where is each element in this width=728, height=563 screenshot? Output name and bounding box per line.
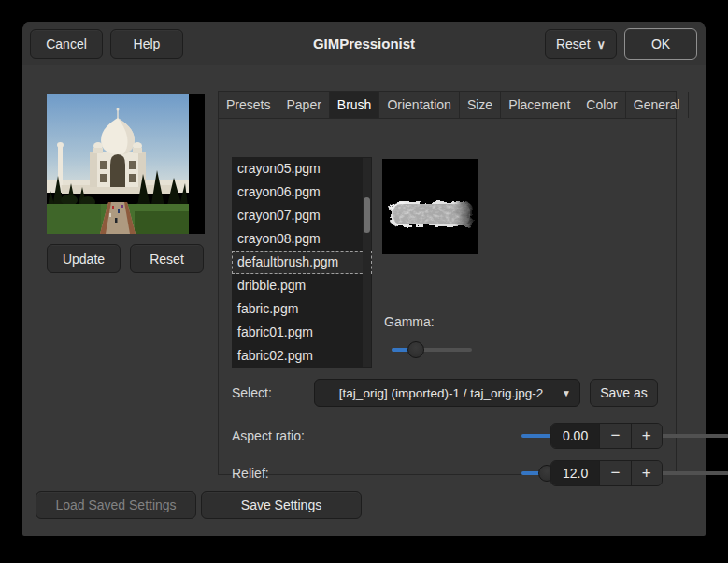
- taj-mahal-preview: [47, 94, 189, 234]
- list-item[interactable]: fabric02.pgm: [232, 344, 372, 368]
- tab-placement[interactable]: Placement: [501, 92, 578, 118]
- list-item-selected[interactable]: defaultbrush.pgm: [232, 251, 372, 274]
- select-label: Select:: [232, 385, 272, 400]
- slider-knob[interactable]: [407, 341, 424, 358]
- increment-icon[interactable]: +: [631, 461, 662, 485]
- brush-tab-panel: crayon05.pgm crayon06.pgm crayon07.pgm c…: [218, 119, 677, 475]
- tab-presets[interactable]: Presets: [219, 92, 278, 118]
- increment-icon[interactable]: +: [631, 424, 662, 448]
- decrement-icon[interactable]: −: [599, 461, 630, 485]
- tab-bar: Presets Paper Brush Orientation Size Pla…: [218, 91, 677, 119]
- relief-spinbox: 12.0 − +: [550, 460, 663, 486]
- tab-general[interactable]: General: [626, 92, 689, 118]
- cancel-button[interactable]: Cancel: [30, 29, 103, 59]
- ok-button[interactable]: OK: [624, 28, 697, 60]
- tab-brush[interactable]: Brush: [330, 92, 380, 118]
- gimpressionist-dialog: GIMPressionist Cancel Help Reset ∨ OK: [22, 22, 706, 536]
- list-item[interactable]: dribble.pgm: [232, 274, 372, 297]
- scrollbar-thumb[interactable]: [364, 197, 370, 233]
- drawable-select-dropdown[interactable]: [taj_orig] (imported)-1 / taj_orig.jpg-2…: [314, 379, 580, 407]
- settings-notebook: Presets Paper Brush Orientation Size Pla…: [218, 91, 677, 475]
- tab-orientation[interactable]: Orientation: [379, 92, 459, 118]
- tab-paper[interactable]: Paper: [278, 92, 329, 118]
- list-item[interactable]: crayon08.pgm: [232, 227, 372, 251]
- update-button[interactable]: Update: [47, 244, 121, 273]
- list-item[interactable]: crayon06.pgm: [232, 180, 372, 204]
- aspect-ratio-spinbox: 0.00 − +: [550, 423, 663, 449]
- dropdown-selected-value: [taj_orig] (imported)-1 / taj_orig.jpg-2: [326, 386, 556, 400]
- brush-file-list: crayon05.pgm crayon06.pgm crayon07.pgm c…: [232, 157, 372, 368]
- tab-strip-filler: [689, 92, 704, 118]
- preview-reset-button[interactable]: Reset: [130, 244, 204, 273]
- list-item[interactable]: crayon07.pgm: [232, 204, 372, 227]
- list-item[interactable]: crayon05.pgm: [232, 157, 372, 180]
- relief-value[interactable]: 12.0: [551, 461, 599, 485]
- brush-preview-image: [382, 159, 478, 254]
- relief-label: Relief:: [232, 466, 269, 481]
- reset-dropdown-button[interactable]: Reset ∨: [545, 29, 617, 59]
- screen: GIMPressionist Cancel Help Reset ∨ OK: [0, 0, 728, 563]
- gamma-slider[interactable]: [392, 341, 472, 358]
- aspect-ratio-label: Aspect ratio:: [232, 428, 305, 443]
- decrement-icon[interactable]: −: [599, 424, 630, 448]
- dialog-header: GIMPressionist Cancel Help Reset ∨ OK: [22, 22, 706, 65]
- tab-size[interactable]: Size: [460, 92, 501, 118]
- list-scrollbar[interactable]: [363, 158, 371, 367]
- help-button[interactable]: Help: [110, 29, 183, 59]
- save-settings-button[interactable]: Save Settings: [201, 491, 362, 519]
- gamma-label: Gamma:: [384, 314, 435, 329]
- chevron-down-icon: ∨: [597, 37, 607, 51]
- aspect-ratio-value[interactable]: 0.00: [551, 424, 599, 448]
- source-preview-image: [47, 94, 205, 234]
- load-saved-settings-button: Load Saved Settings: [36, 491, 196, 519]
- list-item[interactable]: fabric.pgm: [232, 297, 372, 321]
- save-as-button[interactable]: Save as: [590, 379, 658, 407]
- tab-color[interactable]: Color: [578, 92, 625, 118]
- dropdown-arrow-icon: ▼: [562, 388, 571, 398]
- list-item[interactable]: fabric01.pgm: [232, 321, 372, 344]
